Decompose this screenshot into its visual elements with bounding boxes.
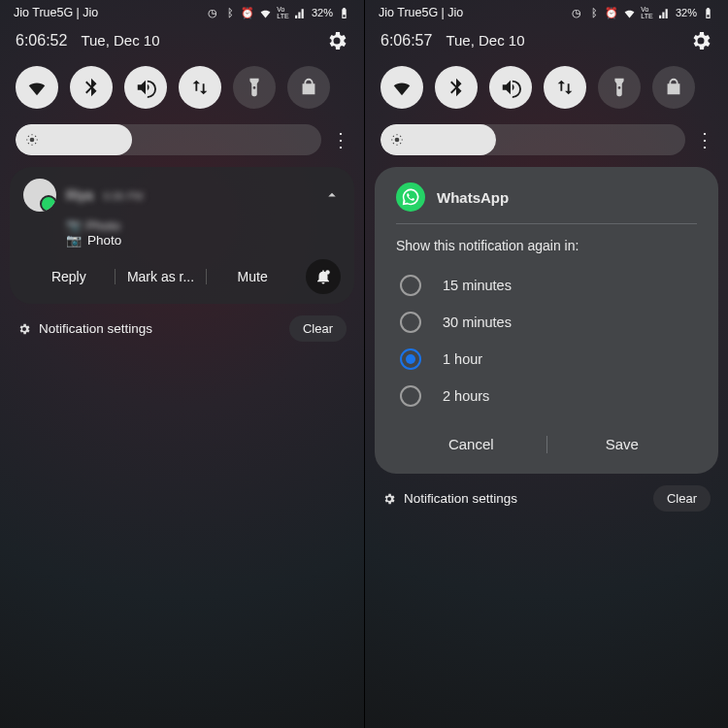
brightness-icon bbox=[25, 133, 39, 147]
gear-small-icon bbox=[17, 322, 31, 336]
battery-percent: 32% bbox=[676, 7, 697, 18]
brightness-row: ⋮ bbox=[16, 124, 348, 155]
notification-actions: Reply Mark as r... Mute bbox=[23, 259, 341, 294]
clock-time: 6:06:52 bbox=[16, 32, 67, 50]
signal-icon bbox=[658, 7, 671, 19]
clock-date: Tue, Dec 10 bbox=[446, 32, 524, 49]
snooze-option-30min[interactable]: 30 minutes bbox=[396, 304, 697, 341]
clock-row: 6:06:57 Tue, Dec 10 bbox=[365, 21, 728, 62]
chevron-up-icon[interactable] bbox=[323, 186, 341, 204]
quick-settings-row bbox=[365, 62, 728, 118]
snooze-dialog: WhatsApp Show this notification again in… bbox=[375, 167, 718, 474]
settings-gear-icon[interactable] bbox=[325, 29, 348, 52]
brightness-slider[interactable] bbox=[16, 124, 321, 155]
rotation-lock-toggle[interactable] bbox=[652, 66, 695, 109]
status-bar: Jio True5G | Jio ◷ ᛒ ⏰ VoLTE 32% bbox=[0, 0, 364, 21]
snooze-option-2hours[interactable]: 2 hours bbox=[396, 378, 697, 414]
notification-card[interactable]: Riya 6:06 PM 📷 Photo 📷 Photo Reply Mark … bbox=[10, 167, 354, 304]
battery-icon bbox=[338, 7, 350, 19]
data-toggle[interactable] bbox=[544, 66, 586, 109]
wifi-toggle[interactable] bbox=[381, 66, 423, 109]
rotation-lock-toggle[interactable] bbox=[287, 66, 330, 109]
screen-right: Jio True5G | Jio ◷ ᛒ ⏰ VoLTE 32% 6:06:57… bbox=[364, 0, 728, 728]
carrier-label: Jio True5G | Jio bbox=[14, 6, 98, 19]
snooze-prompt: Show this notification again in: bbox=[396, 238, 697, 253]
snooze-bell-button[interactable] bbox=[306, 259, 341, 294]
wifi-status-icon bbox=[259, 7, 272, 19]
flashlight-toggle[interactable] bbox=[598, 66, 641, 109]
notification-line-1: 📷 Photo bbox=[66, 217, 341, 233]
brightness-icon bbox=[390, 133, 404, 147]
data-saver-icon: ◷ bbox=[207, 7, 219, 19]
notification-settings-link[interactable]: Notification settings bbox=[382, 491, 517, 506]
mark-as-read-button[interactable]: Mark as r... bbox=[116, 263, 207, 290]
radio-icon bbox=[400, 312, 421, 333]
status-bar: Jio True5G | Jio ◷ ᛒ ⏰ VoLTE 32% bbox=[365, 0, 728, 21]
gear-small-icon bbox=[382, 492, 396, 506]
battery-percent: 32% bbox=[312, 7, 333, 18]
flashlight-toggle[interactable] bbox=[233, 66, 276, 109]
bluetooth-toggle[interactable] bbox=[70, 66, 113, 109]
snooze-app-name: WhatsApp bbox=[437, 189, 509, 206]
data-saver-icon: ◷ bbox=[571, 7, 583, 19]
wifi-toggle[interactable] bbox=[16, 66, 58, 109]
signal-icon bbox=[294, 7, 307, 19]
clock-date: Tue, Dec 10 bbox=[81, 32, 159, 49]
screen-left: Jio True5G | Jio ◷ ᛒ ⏰ VoLTE 32% 6:06:52… bbox=[0, 0, 364, 728]
cancel-button[interactable]: Cancel bbox=[396, 430, 546, 458]
svg-point-2 bbox=[395, 138, 400, 143]
svg-point-1 bbox=[325, 270, 330, 275]
camera-icon: 📷 bbox=[66, 233, 82, 248]
radio-selected-icon bbox=[400, 348, 421, 370]
bluetooth-status-icon: ᛒ bbox=[588, 7, 601, 19]
snooze-option-15min[interactable]: 15 minutes bbox=[396, 267, 697, 304]
quick-settings-row bbox=[0, 62, 364, 118]
svg-point-0 bbox=[30, 138, 35, 143]
clock-time: 6:06:57 bbox=[381, 32, 432, 50]
clock-row: 6:06:52 Tue, Dec 10 bbox=[0, 21, 364, 62]
shade-footer: Notification settings Clear bbox=[0, 304, 364, 353]
alarm-icon: ⏰ bbox=[242, 7, 254, 19]
clear-button[interactable]: Clear bbox=[653, 485, 711, 512]
notification-settings-link[interactable]: Notification settings bbox=[17, 321, 152, 336]
notification-line-2: 📷 Photo bbox=[66, 233, 341, 248]
save-button[interactable]: Save bbox=[547, 430, 698, 458]
radio-icon bbox=[400, 385, 421, 407]
notification-text: Photo bbox=[87, 233, 121, 248]
notification-sender: Riya bbox=[66, 187, 93, 203]
bluetooth-toggle[interactable] bbox=[435, 66, 478, 109]
sound-toggle[interactable] bbox=[124, 66, 167, 109]
mute-button[interactable]: Mute bbox=[207, 263, 298, 290]
brightness-row: ⋮ bbox=[381, 124, 712, 155]
settings-gear-icon[interactable] bbox=[689, 29, 712, 52]
notification-time: 6:06 PM bbox=[103, 190, 143, 202]
volte-icon: VoLTE bbox=[277, 7, 289, 19]
alarm-icon: ⏰ bbox=[606, 7, 618, 19]
battery-icon bbox=[702, 7, 714, 19]
reply-button[interactable]: Reply bbox=[23, 263, 115, 290]
bluetooth-status-icon: ᛒ bbox=[224, 7, 237, 19]
snooze-option-1hour[interactable]: 1 hour bbox=[396, 341, 697, 378]
data-toggle[interactable] bbox=[179, 66, 221, 109]
shade-footer: Notification settings Clear bbox=[365, 474, 728, 523]
overflow-menu-icon[interactable]: ⋮ bbox=[331, 128, 348, 151]
volte-icon: VoLTE bbox=[641, 7, 653, 19]
brightness-slider[interactable] bbox=[381, 124, 685, 155]
avatar bbox=[23, 179, 56, 212]
wifi-status-icon bbox=[623, 7, 636, 19]
radio-icon bbox=[400, 275, 421, 296]
carrier-label: Jio True5G | Jio bbox=[379, 6, 463, 19]
clear-button[interactable]: Clear bbox=[289, 315, 347, 342]
overflow-menu-icon[interactable]: ⋮ bbox=[695, 128, 712, 151]
whatsapp-icon bbox=[396, 182, 425, 212]
sound-toggle[interactable] bbox=[489, 66, 532, 109]
